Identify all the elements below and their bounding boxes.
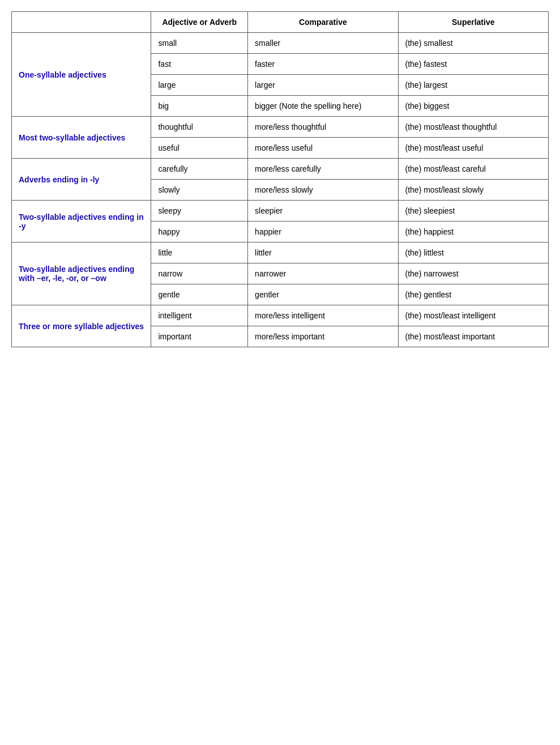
comparative-cell: faster bbox=[248, 54, 398, 75]
comparative-cell: more/less carefully bbox=[248, 159, 398, 180]
superlative-cell: (the) happiest bbox=[398, 222, 548, 242]
category-cell-1: Most two-syllable adjectives bbox=[12, 117, 151, 159]
superlative-cell: (the) most/least important bbox=[398, 326, 548, 347]
grammar-table: Adjective or Adverb Comparative Superlat… bbox=[11, 11, 549, 347]
comparative-cell: smaller bbox=[248, 33, 398, 54]
comparative-cell: narrower bbox=[248, 263, 398, 284]
adjective-cell: slowly bbox=[151, 180, 248, 201]
table-row: Most two-syllable adjectivesthoughtfulmo… bbox=[12, 117, 549, 138]
superlative-cell: (the) most/least intelligent bbox=[398, 305, 548, 326]
header-superlative: Superlative bbox=[398, 12, 548, 33]
grammar-table-container: Adjective or Adverb Comparative Superlat… bbox=[11, 11, 549, 347]
table-row: Adverbs ending in -lycarefullymore/less … bbox=[12, 159, 549, 180]
adjective-cell: useful bbox=[151, 138, 248, 159]
comparative-cell: sleepier bbox=[248, 201, 398, 222]
comparative-cell: happier bbox=[248, 222, 398, 242]
category-cell-2: Adverbs ending in -ly bbox=[12, 159, 151, 201]
superlative-cell: (the) narrowest bbox=[398, 263, 548, 284]
adjective-cell: important bbox=[151, 326, 248, 347]
adjective-cell: little bbox=[151, 242, 248, 263]
table-row: Two-syllable adjectives ending in -yslee… bbox=[12, 201, 549, 222]
adjective-cell: narrow bbox=[151, 263, 248, 284]
adjective-cell: fast bbox=[151, 54, 248, 75]
adjective-cell: thoughtful bbox=[151, 117, 248, 138]
adjective-cell: carefully bbox=[151, 159, 248, 180]
comparative-cell: more/less useful bbox=[248, 138, 398, 159]
table-row: Two-syllable adjectives ending with –er,… bbox=[12, 242, 549, 263]
category-cell-3: Two-syllable adjectives ending in -y bbox=[12, 201, 151, 242]
header-comparative: Comparative bbox=[248, 12, 398, 33]
comparative-cell: larger bbox=[248, 75, 398, 96]
comparative-cell: more/less slowly bbox=[248, 180, 398, 201]
superlative-cell: (the) most/least careful bbox=[398, 159, 548, 180]
comparative-cell: gentler bbox=[248, 284, 398, 305]
comparative-cell: littler bbox=[248, 242, 398, 263]
superlative-cell: (the) largest bbox=[398, 75, 548, 96]
adjective-cell: intelligent bbox=[151, 305, 248, 326]
comparative-cell: more/less thoughtful bbox=[248, 117, 398, 138]
superlative-cell: (the) sleepiest bbox=[398, 201, 548, 222]
superlative-cell: (the) littlest bbox=[398, 242, 548, 263]
adjective-cell: big bbox=[151, 96, 248, 117]
superlative-cell: (the) smallest bbox=[398, 33, 548, 54]
header-row: Adjective or Adverb Comparative Superlat… bbox=[12, 12, 549, 33]
adjective-cell: sleepy bbox=[151, 201, 248, 222]
superlative-cell: (the) biggest bbox=[398, 96, 548, 117]
superlative-cell: (the) most/least slowly bbox=[398, 180, 548, 201]
header-adjective: Adjective or Adverb bbox=[151, 12, 248, 33]
superlative-cell: (the) gentlest bbox=[398, 284, 548, 305]
category-cell-4: Two-syllable adjectives ending with –er,… bbox=[12, 242, 151, 305]
adjective-cell: gentle bbox=[151, 284, 248, 305]
comparative-cell: more/less important bbox=[248, 326, 398, 347]
superlative-cell: (the) most/least thoughtful bbox=[398, 117, 548, 138]
header-category bbox=[12, 12, 151, 33]
superlative-cell: (the) fastest bbox=[398, 54, 548, 75]
adjective-cell: large bbox=[151, 75, 248, 96]
category-cell-0: One-syllable adjectives bbox=[12, 33, 151, 117]
table-row: One-syllable adjectivessmallsmaller(the)… bbox=[12, 33, 549, 54]
superlative-cell: (the) most/least useful bbox=[398, 138, 548, 159]
adjective-cell: happy bbox=[151, 222, 248, 242]
category-cell-5: Three or more syllable adjectives bbox=[12, 305, 151, 347]
adjective-cell: small bbox=[151, 33, 248, 54]
comparative-cell: bigger (Note the spelling here) bbox=[248, 96, 398, 117]
comparative-cell: more/less intelligent bbox=[248, 305, 398, 326]
table-row: Three or more syllable adjectivesintelli… bbox=[12, 305, 549, 326]
